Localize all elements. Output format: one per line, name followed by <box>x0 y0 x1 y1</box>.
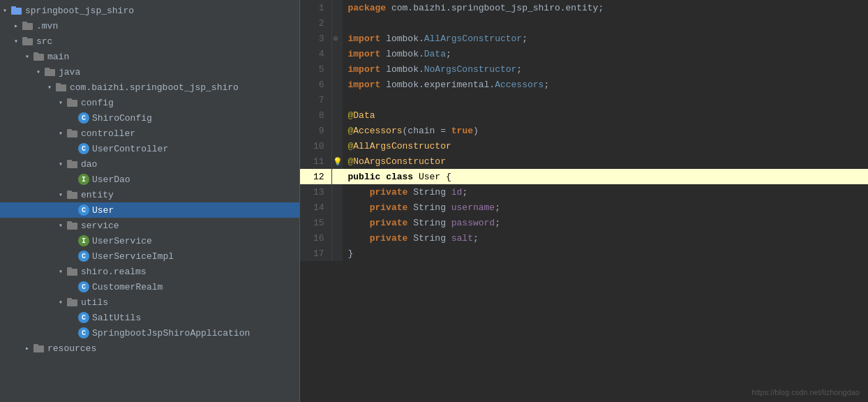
svg-rect-25 <box>67 298 72 300</box>
svg-rect-3 <box>22 22 27 24</box>
service-label: service <box>81 221 119 231</box>
svg-rect-21 <box>67 221 72 223</box>
dao-arrow <box>59 160 67 168</box>
java-item[interactable]: java <box>0 64 299 80</box>
user-service-item[interactable]: I UserService <box>0 233 299 248</box>
java-arrow <box>36 68 45 76</box>
svg-rect-11 <box>56 83 61 85</box>
app-label: SpringbootJspShiroApplication <box>92 328 250 338</box>
file-tree[interactable]: springboot_jsp_shiro .mvn src main <box>0 0 300 402</box>
pkg-item[interactable]: com.baizhi.springboot_jsp_shiro <box>0 80 299 95</box>
user-label: User <box>92 205 114 216</box>
code-line-3: import lombok.AllArgsConstructor; <box>343 31 868 46</box>
watermark: https://blog.csdn.net/lizhongdao <box>751 388 860 396</box>
main-folder-icon <box>33 52 45 61</box>
svg-rect-1 <box>11 6 16 8</box>
svg-rect-23 <box>67 267 72 269</box>
shiro-config-item[interactable]: C ShiroConfig <box>0 110 299 126</box>
line-num-4: 4 <box>300 46 331 61</box>
app-item[interactable]: C SpringbootJspShiroApplication <box>0 325 299 341</box>
salt-utils-item[interactable]: C SaltUtils <box>0 310 299 325</box>
line-num-6: 6 <box>300 77 331 92</box>
mvn-item[interactable]: .mvn <box>0 18 299 34</box>
pkg-arrow <box>47 83 56 91</box>
java-folder-icon <box>45 67 56 77</box>
svg-rect-9 <box>45 68 50 70</box>
code-row-3: 3 ⊕ import lombok.AllArgsConstructor; <box>300 31 868 46</box>
user-controller-label: UserController <box>92 144 168 154</box>
user-controller-item[interactable]: C UserController <box>0 141 299 156</box>
line-num-10: 10 <box>300 138 331 154</box>
line-num-13: 13 <box>300 184 331 200</box>
svg-rect-20 <box>67 223 77 230</box>
root-folder-icon <box>11 6 22 15</box>
user-service-icon: I <box>78 235 89 246</box>
customer-realm-icon: C <box>78 281 89 292</box>
config-folder[interactable]: config <box>0 95 299 110</box>
controller-label: controller <box>81 128 135 139</box>
code-row-12: 12 public class User { <box>300 169 868 184</box>
user-dao-item[interactable]: I UserDao <box>0 172 299 187</box>
svg-rect-0 <box>11 8 22 15</box>
svg-rect-5 <box>22 37 27 39</box>
code-row-16: 16 private String salt; <box>300 230 868 246</box>
code-row-17: 17 } <box>300 246 868 261</box>
code-row-8: 8 @Data <box>300 107 868 123</box>
code-row-6: 6 import lombok.experimental.Accessors; <box>300 77 868 92</box>
code-line-10: @AllArgsConstructor <box>343 138 868 154</box>
user-service-impl-label: UserServiceImpl <box>92 251 174 262</box>
user-item[interactable]: C User <box>0 202 299 218</box>
code-row-4: 4 import lombok.Data; <box>300 46 868 61</box>
code-row-2: 2 <box>300 15 868 31</box>
svg-rect-6 <box>33 54 44 61</box>
entity-folder[interactable]: entity <box>0 187 299 202</box>
dao-folder-icon <box>67 159 78 169</box>
code-line-15: private String password; <box>343 215 868 230</box>
java-label: java <box>59 67 80 77</box>
service-folder[interactable]: service <box>0 218 299 233</box>
dao-label: dao <box>81 159 97 170</box>
tree-root[interactable]: springboot_jsp_shiro <box>0 3 299 18</box>
svg-rect-14 <box>67 131 77 137</box>
shiro-realms-label: shiro.realms <box>81 267 147 277</box>
shiro-config-label: ShiroConfig <box>92 113 152 124</box>
line-num-11: 11 <box>300 154 331 169</box>
code-line-9: @Accessors(chain = true) <box>343 123 868 138</box>
code-table: 1 package com.baizhi.springboot_jsp_shir… <box>300 0 868 261</box>
entity-arrow <box>59 191 67 199</box>
svg-rect-19 <box>67 191 72 193</box>
code-line-2 <box>343 15 868 31</box>
svg-rect-7 <box>33 52 38 54</box>
customer-realm-item[interactable]: C CustomerRealm <box>0 279 299 295</box>
line-num-1: 1 <box>300 0 331 15</box>
code-row-5: 5 import lombok.NoArgsConstructor; <box>300 61 868 77</box>
service-arrow <box>59 221 67 230</box>
src-label: src <box>36 36 52 47</box>
shiro-realms-folder[interactable]: shiro.realms <box>0 264 299 279</box>
user-controller-icon: C <box>78 143 89 154</box>
controller-folder[interactable]: controller <box>0 126 299 141</box>
code-line-14: private String username; <box>343 200 868 215</box>
main-item[interactable]: main <box>0 49 299 64</box>
mvn-arrow <box>14 22 22 30</box>
salt-utils-icon: C <box>78 312 89 323</box>
line-num-7: 7 <box>300 92 331 107</box>
code-row-10: 10 @AllArgsConstructor <box>300 138 868 154</box>
pkg-folder-icon <box>56 82 67 92</box>
line-num-2: 2 <box>300 15 331 31</box>
code-row-11: 11 💡 @NoArgsConstructor <box>300 154 868 169</box>
svg-rect-12 <box>67 100 77 107</box>
root-label: springboot_jsp_shiro <box>25 6 134 16</box>
entity-label: entity <box>81 190 114 200</box>
shiro-realms-arrow <box>59 267 67 276</box>
customer-realm-label: CustomerRealm <box>92 282 163 292</box>
dao-folder[interactable]: dao <box>0 156 299 172</box>
pkg-label: com.baizhi.springboot_jsp_shiro <box>70 82 239 93</box>
code-editor[interactable]: 1 package com.baizhi.springboot_jsp_shir… <box>300 0 868 402</box>
user-service-impl-item[interactable]: C UserServiceImpl <box>0 248 299 264</box>
utils-folder[interactable]: utils <box>0 295 299 310</box>
src-item[interactable]: src <box>0 34 299 49</box>
utils-label: utils <box>81 297 108 308</box>
resources-folder[interactable]: resources <box>0 341 299 356</box>
app-icon: C <box>78 327 89 338</box>
